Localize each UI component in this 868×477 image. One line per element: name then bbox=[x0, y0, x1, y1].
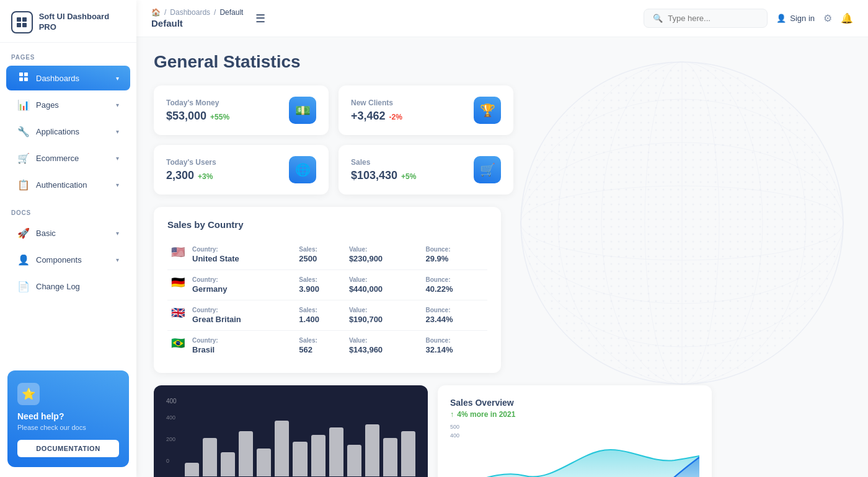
sidebar-item-components[interactable]: 👤 Components ▾ bbox=[6, 248, 130, 272]
basic-icon: 🚀 bbox=[17, 227, 30, 239]
bounce-cell: Bounce:29.9% bbox=[423, 240, 488, 270]
value-cell: Value:$440,000 bbox=[347, 270, 423, 300]
stat-change-users: +3% bbox=[198, 172, 213, 181]
svg-point-15 bbox=[521, 142, 843, 304]
bar bbox=[329, 427, 343, 476]
sales-cell: Sales:1.400 bbox=[296, 300, 347, 331]
sidebar-item-label-dashboards: Dashboards bbox=[36, 74, 79, 83]
sidebar-item-applications[interactable]: 🔧 Applications ▾ bbox=[6, 120, 130, 144]
stat-value-money: $53,000 bbox=[166, 110, 206, 123]
page-title-breadcrumb: Default bbox=[151, 18, 243, 28]
authentication-icon: 📋 bbox=[17, 179, 30, 191]
flag-icon: 🇩🇪 bbox=[170, 276, 186, 289]
sidebar-item-changelog[interactable]: 📄 Change Log bbox=[6, 274, 130, 299]
svg-point-13 bbox=[645, 62, 719, 384]
sidebar-section-pages: PAGES bbox=[0, 43, 136, 64]
bottom-charts-row: 400 400 200 0 Sales Overview ↑ 4% more i… bbox=[154, 385, 712, 477]
breadcrumb-links: 🏠 / Dashboards / Default bbox=[151, 8, 243, 17]
bounce-cell: Bounce:32.14% bbox=[423, 331, 488, 361]
sales-y-500: 500 bbox=[450, 424, 459, 430]
bar bbox=[401, 431, 415, 476]
flag-icon: 🇧🇷 bbox=[170, 337, 186, 349]
breadcrumb-parent[interactable]: Dashboards bbox=[170, 8, 210, 17]
svg-point-16 bbox=[521, 99, 843, 347]
country-cell: Country:Great Britain bbox=[190, 300, 296, 331]
svg-rect-0 bbox=[17, 17, 21, 22]
main-content: 🏠 / Dashboards / Default Default ☰ 🔍 👤 S… bbox=[136, 0, 868, 477]
stat-label-clients: New Clients bbox=[351, 98, 402, 107]
basic-chevron: ▾ bbox=[116, 230, 119, 237]
user-circle-icon: 👤 bbox=[776, 14, 786, 23]
ecommerce-icon: 🛒 bbox=[17, 152, 30, 164]
breadcrumb: 🏠 / Dashboards / Default Default bbox=[151, 8, 243, 28]
sidebar-item-label-ecommerce: Ecommerce bbox=[36, 154, 79, 163]
sidebar-item-label-changelog: Change Log bbox=[36, 282, 80, 291]
svg-point-12 bbox=[601, 62, 763, 384]
svg-rect-1 bbox=[22, 17, 27, 22]
search-box[interactable]: 🔍 bbox=[644, 9, 768, 28]
applications-chevron: ▾ bbox=[116, 128, 119, 135]
svg-point-10 bbox=[521, 62, 843, 384]
y-label-400: 400 bbox=[166, 414, 175, 421]
help-star-icon: ⭐ bbox=[17, 383, 40, 405]
stat-change-clients: -2% bbox=[389, 113, 402, 121]
bar-chart-bars bbox=[185, 414, 415, 476]
documentation-button[interactable]: DOCUMENTATION bbox=[17, 440, 119, 457]
logo-text: Soft UI Dashboard PRO bbox=[39, 12, 125, 33]
search-icon: 🔍 bbox=[653, 14, 663, 23]
components-chevron: ▾ bbox=[116, 256, 119, 263]
changelog-icon: 📄 bbox=[17, 281, 30, 292]
sidebar-item-ecommerce[interactable]: 🛒 Ecommerce ▾ bbox=[6, 146, 130, 170]
sales-by-country-title: Sales by Country bbox=[167, 219, 487, 230]
table-row: 🇺🇸 Country:United State Sales:2500 Value… bbox=[167, 240, 487, 270]
settings-icon[interactable]: ⚙ bbox=[823, 12, 832, 24]
country-cell: Country:Germany bbox=[190, 270, 296, 300]
bar bbox=[221, 452, 235, 476]
sidebar-item-authentication[interactable]: 📋 Authentication ▾ bbox=[6, 173, 130, 197]
search-input[interactable] bbox=[668, 14, 755, 23]
svg-rect-2 bbox=[17, 23, 21, 27]
logo-icon bbox=[11, 11, 33, 33]
components-icon: 👤 bbox=[17, 254, 30, 266]
flag-icon: 🇬🇧 bbox=[170, 307, 186, 319]
stat-card-clients: New Clients +3,462 -2% 🏆 bbox=[339, 85, 513, 135]
dashboards-icon bbox=[17, 72, 30, 84]
table-row: 🇬🇧 Country:Great Britain Sales:1.400 Val… bbox=[167, 300, 487, 331]
bar bbox=[257, 449, 271, 476]
applications-icon: 🔧 bbox=[17, 126, 30, 138]
svg-point-19 bbox=[524, 65, 840, 381]
sales-by-country-card: Sales by Country 🇺🇸 Country:United State… bbox=[154, 207, 501, 373]
country-cell: Country:United State bbox=[190, 240, 296, 270]
stat-card-users: Today's Users 2,300 +3% 🌐 bbox=[154, 145, 329, 195]
bar-chart-card: 400 400 200 0 bbox=[154, 385, 428, 477]
stat-icon-users: 🌐 bbox=[289, 156, 316, 183]
stat-card-sales: Sales $103,430 +5% 🛒 bbox=[339, 145, 513, 195]
stat-icon-money: 💵 bbox=[289, 97, 316, 124]
sidebar-item-label-applications: Applications bbox=[36, 127, 79, 136]
sidebar-item-pages[interactable]: 📊 Pages ▾ bbox=[6, 93, 130, 117]
sign-in-button[interactable]: 👤 Sign in bbox=[776, 14, 815, 23]
value-cell: Value:$143,960 bbox=[347, 331, 423, 361]
bar bbox=[347, 445, 361, 476]
y-label-0: 0 bbox=[166, 458, 175, 464]
svg-rect-5 bbox=[24, 72, 28, 76]
country-table: 🇺🇸 Country:United State Sales:2500 Value… bbox=[167, 240, 487, 361]
stat-change-sales: +5% bbox=[401, 172, 416, 181]
value-cell: Value:$230,900 bbox=[347, 240, 423, 270]
sidebar-item-label-pages: Pages bbox=[36, 100, 59, 110]
topbar-actions: 🔍 👤 Sign in ⚙ 🔔 bbox=[644, 9, 853, 28]
home-icon: 🏠 bbox=[151, 8, 161, 17]
sidebar-item-label-basic: Basic bbox=[36, 229, 56, 238]
sidebar-item-dashboards[interactable]: Dashboards ▾ bbox=[6, 66, 130, 90]
help-box: ⭐ Need help? Please check our docs DOCUM… bbox=[7, 370, 129, 467]
pages-icon: 📊 bbox=[17, 99, 30, 111]
svg-rect-6 bbox=[19, 77, 23, 81]
table-row: 🇩🇪 Country:Germany Sales:3.900 Value:$44… bbox=[167, 270, 487, 300]
help-title: Need help? bbox=[17, 411, 64, 421]
sidebar-item-basic[interactable]: 🚀 Basic ▾ bbox=[6, 221, 130, 245]
value-cell: Value:$190,700 bbox=[347, 300, 423, 331]
help-subtitle: Please check our docs bbox=[17, 424, 86, 431]
hamburger-icon[interactable]: ☰ bbox=[255, 12, 265, 25]
svg-rect-4 bbox=[19, 72, 23, 76]
notification-icon[interactable]: 🔔 bbox=[841, 12, 853, 24]
